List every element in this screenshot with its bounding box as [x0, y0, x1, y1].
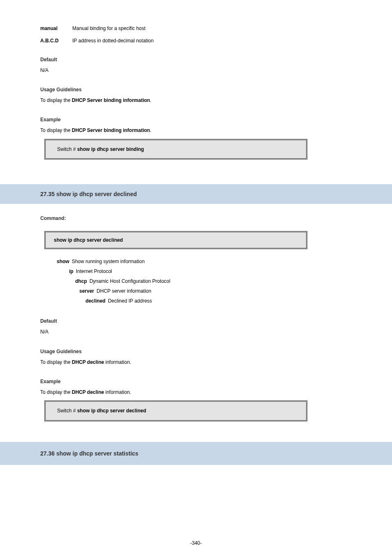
syntax-key: show	[57, 257, 69, 266]
usage-text: To display the DHCP Server binding infor…	[40, 97, 352, 104]
example-bold: DHCP Server binding information	[72, 127, 150, 133]
example-post: .	[150, 127, 151, 133]
def-desc: Manual binding for a specific host	[72, 25, 352, 32]
example-text-2: To display the DHCP decline information.	[40, 388, 352, 396]
syntax-line-dhcp: dhcp Dynamic Host Configuration Protocol	[40, 276, 352, 286]
syntax-key: dhcp	[75, 276, 87, 286]
syntax-desc: Show running system information	[72, 257, 145, 266]
page-content: manual Manual binding for a specific hos…	[40, 25, 352, 465]
syntax-key: declined	[85, 296, 106, 306]
example-bold: DHCP decline	[72, 389, 104, 395]
usage-text-2: To display the DHCP decline information.	[40, 358, 352, 366]
usage-pre: To display the	[40, 97, 72, 103]
usage-label-2: Usage Guidelines	[40, 349, 352, 354]
syntax-tree: show Show running system information ip …	[40, 257, 352, 306]
command-label: Command:	[40, 215, 352, 221]
usage-post: .	[150, 97, 151, 103]
def-term: manual	[40, 25, 72, 32]
section-header-27-35: 27.35 show ip dhcp server declined	[0, 184, 392, 204]
code-prompt: Switch #	[57, 408, 77, 414]
syntax-line-show: show Show running system information	[40, 257, 352, 266]
syntax-desc: Dynamic Host Configuration Protocol	[90, 276, 171, 286]
syntax-box: show ip dhcp server declined	[44, 231, 307, 249]
usage-bold: DHCP Server binding information	[72, 97, 150, 103]
syntax-line-server: server DHCP server information	[40, 286, 352, 296]
default-label: Default	[40, 57, 352, 62]
example-label-2: Example	[40, 379, 352, 384]
def-term: A.B.C.D	[40, 37, 72, 44]
syntax-desc: DHCP server information	[97, 286, 151, 296]
usage-bold: DHCP decline	[72, 359, 104, 365]
page-number: -340-	[0, 540, 392, 546]
syntax-desc: Internet Protocol	[76, 266, 112, 276]
definition-row-abcd: A.B.C.D IP address in dotted-decimal not…	[40, 37, 352, 44]
example-pre: To display the	[40, 127, 72, 133]
default-value-2: N/A	[40, 328, 352, 336]
usage-pre: To display the	[40, 359, 72, 365]
def-desc: IP address in dotted-decimal notation	[72, 37, 352, 44]
syntax-key: ip	[69, 266, 74, 276]
code-block-1: Switch # show ip dhcp server binding	[44, 139, 307, 160]
usage-label: Usage Guidelines	[40, 87, 352, 92]
definition-row-manual: manual Manual binding for a specific hos…	[40, 25, 352, 32]
code-command: show ip dhcp server binding	[77, 146, 144, 152]
default-value: N/A	[40, 67, 352, 74]
example-label: Example	[40, 117, 352, 123]
usage-post: information.	[104, 359, 131, 365]
example-text: To display the DHCP Server binding infor…	[40, 127, 352, 134]
syntax-desc: Declined IP address	[108, 296, 152, 306]
default-label-2: Default	[40, 318, 352, 324]
syntax-key: server	[79, 286, 94, 296]
example-pre: To display the	[40, 389, 72, 395]
code-block-2: Switch # show ip dhcp server declined	[44, 400, 307, 421]
syntax-line-declined: declined Declined IP address	[40, 296, 352, 306]
syntax-line-ip: ip Internet Protocol	[40, 266, 352, 276]
code-prompt: Switch #	[57, 146, 77, 152]
code-command: show ip dhcp server declined	[77, 408, 146, 414]
example-post: information.	[104, 389, 131, 395]
section-header-27-36: 27.36 show ip dhcp server statistics	[0, 442, 392, 465]
